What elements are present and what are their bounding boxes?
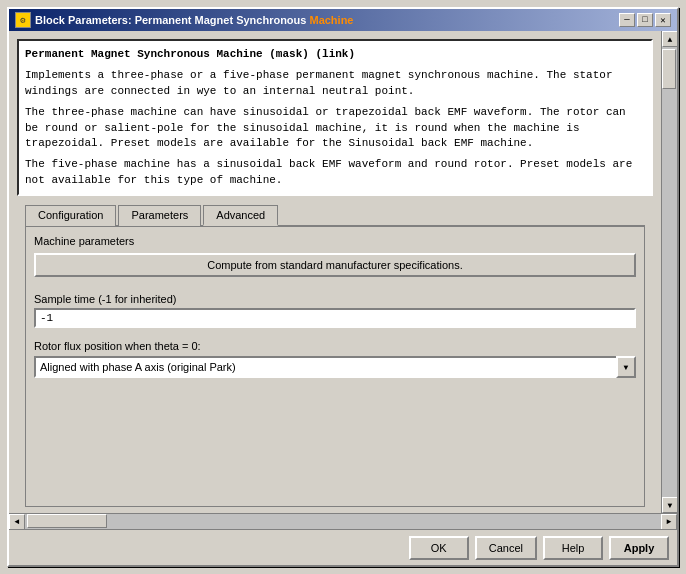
title-bar: ⚙ Block Parameters: Permanent Magnet Syn… (9, 9, 677, 31)
horizontal-scrollbar: ◄ ► (9, 513, 677, 529)
params-panel: Machine parameters Compute from standard… (25, 227, 645, 507)
scroll-thumb-v[interactable] (662, 49, 676, 89)
compute-button[interactable]: Compute from standard manufacturer speci… (34, 253, 636, 277)
scroll-up-button[interactable]: ▲ (662, 31, 677, 47)
tab-advanced[interactable]: Advanced (203, 205, 278, 226)
tab-parameters[interactable]: Parameters (118, 205, 201, 226)
rotor-flux-select[interactable]: Aligned with phase A axis (original Park… (34, 356, 636, 378)
window-body: Permanent Magnet Synchronous Machine (ma… (9, 31, 677, 565)
tabs-row: Configuration Parameters Advanced (25, 204, 645, 227)
minimize-button[interactable]: ─ (619, 13, 635, 27)
scroll-area: Permanent Magnet Synchronous Machine (ma… (9, 31, 677, 513)
main-window: ⚙ Block Parameters: Permanent Magnet Syn… (7, 7, 679, 567)
sample-time-label: Sample time (-1 for inherited) (34, 293, 636, 305)
cancel-button[interactable]: Cancel (475, 536, 537, 560)
scroll-track-h[interactable] (25, 514, 661, 529)
desc-para1: Implements a three-phase or a five-phase… (25, 68, 645, 99)
ok-button[interactable]: OK (409, 536, 469, 560)
extra-space (34, 378, 636, 498)
scroll-right-button[interactable]: ► (661, 514, 677, 530)
window-icon: ⚙ (15, 12, 31, 28)
sample-time-input[interactable] (34, 308, 636, 328)
rotor-flux-dropdown-container: Aligned with phase A axis (original Park… (34, 356, 636, 378)
bottom-bar: OK Cancel Help Apply (9, 529, 677, 565)
tabs-area: Configuration Parameters Advanced (17, 204, 653, 227)
vertical-scrollbar: ▲ ▼ (661, 31, 677, 513)
maximize-button[interactable]: □ (637, 13, 653, 27)
rotor-flux-label: Rotor flux position when theta = 0: (34, 340, 636, 352)
description-box: Permanent Magnet Synchronous Machine (ma… (17, 39, 653, 196)
window-title: Block Parameters: Permanent Magnet Synch… (35, 14, 353, 26)
title-buttons: ─ □ ✕ (619, 13, 671, 27)
scroll-down-button[interactable]: ▼ (662, 497, 677, 513)
desc-para3: The five-phase machine has a sinusoidal … (25, 157, 645, 188)
title-bar-left: ⚙ Block Parameters: Permanent Magnet Syn… (15, 12, 353, 28)
scroll-track-v[interactable] (662, 47, 677, 497)
help-button[interactable]: Help (543, 536, 603, 560)
section-label: Machine parameters (34, 235, 636, 247)
apply-button[interactable]: Apply (609, 536, 669, 560)
scroll-left-button[interactable]: ◄ (9, 514, 25, 530)
content-area: Permanent Magnet Synchronous Machine (ma… (9, 31, 661, 513)
close-button[interactable]: ✕ (655, 13, 671, 27)
scroll-thumb-h[interactable] (27, 514, 107, 528)
desc-para2: The three-phase machine can have sinusoi… (25, 105, 645, 151)
tab-configuration[interactable]: Configuration (25, 205, 116, 226)
